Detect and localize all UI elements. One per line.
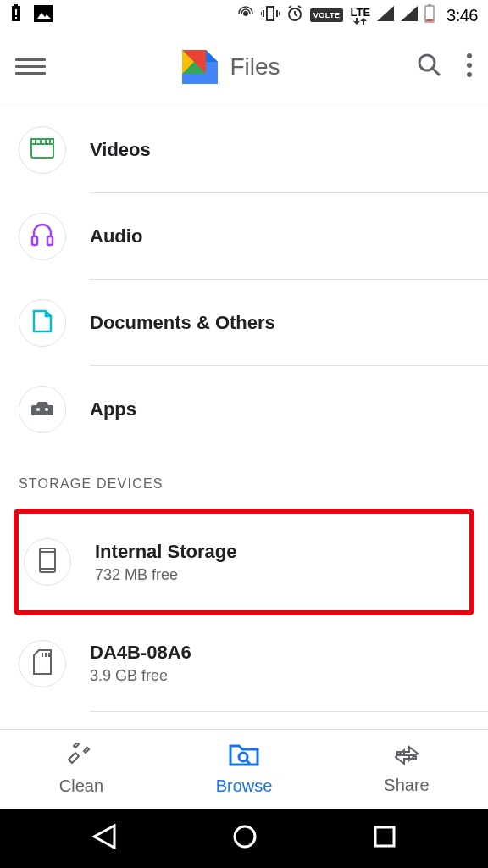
svg-point-33 xyxy=(467,72,472,77)
content-area: Videos Audio Documents & Others Apps STO… xyxy=(0,103,488,729)
svg-rect-3 xyxy=(15,17,17,19)
nav-browse[interactable]: Browse xyxy=(163,730,325,809)
svg-rect-2 xyxy=(15,9,17,15)
more-button[interactable] xyxy=(466,53,473,81)
svg-marker-55 xyxy=(94,826,114,848)
menu-button[interactable] xyxy=(15,58,46,75)
image-icon xyxy=(34,5,53,26)
system-nav-bar xyxy=(0,809,488,868)
svg-marker-51 xyxy=(84,748,89,753)
home-button[interactable] xyxy=(232,824,258,853)
svg-rect-57 xyxy=(375,827,394,846)
nav-share[interactable]: Share xyxy=(325,730,488,809)
phone-icon xyxy=(39,548,56,576)
svg-rect-1 xyxy=(14,4,18,6)
back-button[interactable] xyxy=(92,824,116,853)
signal-icon-2 xyxy=(401,6,418,25)
svg-line-16 xyxy=(298,6,301,8)
svg-point-43 xyxy=(45,408,48,411)
svg-marker-18 xyxy=(360,18,367,25)
status-time: 3:46 xyxy=(446,6,478,25)
svg-rect-23 xyxy=(426,19,433,21)
vibrate-icon xyxy=(261,5,280,26)
svg-point-29 xyxy=(419,55,435,70)
svg-line-30 xyxy=(433,69,440,75)
browse-icon xyxy=(229,743,259,771)
svg-line-54 xyxy=(247,760,250,764)
svg-rect-22 xyxy=(428,4,431,6)
nav-label: Share xyxy=(384,776,429,795)
lte-indicator: LTE xyxy=(350,7,370,25)
bottom-nav: Clean Browse Share xyxy=(0,729,488,809)
apps-icon xyxy=(30,398,55,420)
recent-button[interactable] xyxy=(374,826,396,851)
svg-point-53 xyxy=(239,753,247,761)
svg-marker-17 xyxy=(353,18,360,25)
audio-icon xyxy=(30,223,54,250)
svg-point-32 xyxy=(467,63,472,68)
svg-line-15 xyxy=(289,6,291,8)
videos-icon xyxy=(30,138,54,162)
storage-subtitle: 732 MB free xyxy=(95,566,469,584)
svg-marker-50 xyxy=(74,743,79,748)
highlight-annotation: Internal Storage 732 MB free xyxy=(14,509,474,615)
svg-marker-19 xyxy=(377,6,394,21)
category-label: Apps xyxy=(90,366,488,453)
volte-indicator: VOLTE xyxy=(310,8,344,22)
section-header-storage: STORAGE DEVICES xyxy=(0,453,488,509)
nav-clean[interactable]: Clean xyxy=(0,730,163,809)
svg-rect-40 xyxy=(32,236,37,245)
category-label: Audio xyxy=(90,193,488,280)
documents-icon xyxy=(32,309,53,337)
svg-point-42 xyxy=(36,408,40,411)
app-title: Files xyxy=(230,53,280,81)
storage-subtitle: 3.9 GB free xyxy=(90,667,488,685)
svg-marker-20 xyxy=(401,6,418,21)
category-label: Videos xyxy=(90,107,488,193)
category-apps[interactable]: Apps xyxy=(0,366,488,453)
storage-internal[interactable]: Internal Storage 732 MB free xyxy=(19,514,469,610)
svg-rect-4 xyxy=(34,5,53,22)
svg-marker-28 xyxy=(206,50,218,62)
svg-rect-7 xyxy=(267,7,274,20)
nav-label: Browse xyxy=(216,776,273,796)
hotspot-icon xyxy=(237,5,254,26)
sd-card-icon xyxy=(32,649,53,678)
svg-point-31 xyxy=(467,53,472,58)
share-icon xyxy=(392,743,421,771)
clean-icon xyxy=(67,743,96,771)
svg-point-56 xyxy=(235,826,255,847)
storage-sd-card[interactable]: DA4B-08A6 3.9 GB free xyxy=(0,615,488,712)
app-bar: Files xyxy=(0,31,488,103)
storage-name: Internal Storage xyxy=(95,541,469,563)
nav-label: Clean xyxy=(59,776,103,796)
status-bar: VOLTE LTE 3:46 xyxy=(0,0,488,31)
storage-name: DA4B-08A6 xyxy=(90,642,488,664)
svg-rect-41 xyxy=(47,236,53,245)
search-button[interactable] xyxy=(417,53,442,81)
battery-alert-icon xyxy=(10,4,22,27)
alarm-icon xyxy=(286,5,303,26)
svg-marker-52 xyxy=(69,753,79,763)
category-label: Documents & Others xyxy=(90,280,488,366)
category-documents[interactable]: Documents & Others xyxy=(0,280,488,366)
files-logo-icon xyxy=(182,50,218,84)
battery-low-icon xyxy=(424,4,435,27)
svg-line-14 xyxy=(295,14,297,16)
category-videos[interactable]: Videos xyxy=(0,107,488,193)
svg-point-6 xyxy=(243,11,248,16)
category-audio[interactable]: Audio xyxy=(0,193,488,280)
signal-icon-1 xyxy=(377,6,394,25)
